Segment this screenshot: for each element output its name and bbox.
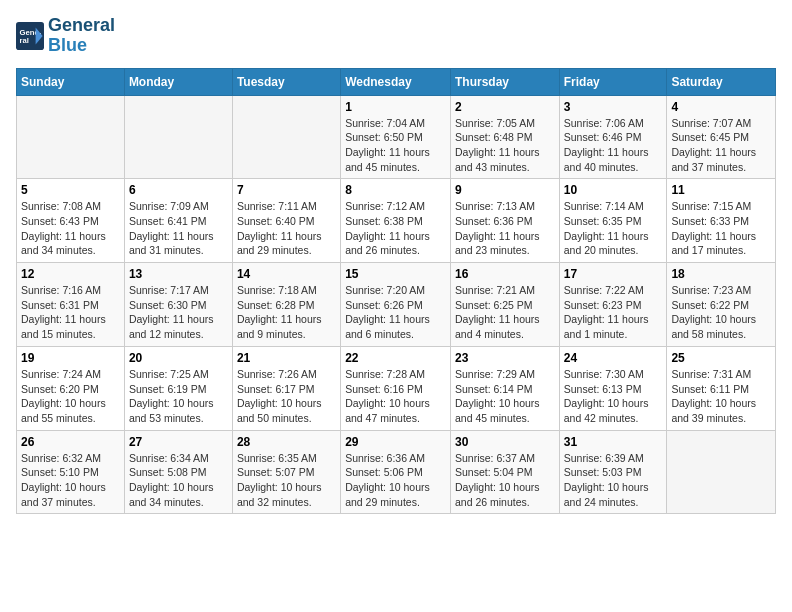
day-number: 8 bbox=[345, 183, 446, 197]
day-info: Sunrise: 7:16 AM Sunset: 6:31 PM Dayligh… bbox=[21, 283, 120, 342]
day-number: 7 bbox=[237, 183, 336, 197]
day-info: Sunrise: 7:12 AM Sunset: 6:38 PM Dayligh… bbox=[345, 199, 446, 258]
calendar-week-4: 19Sunrise: 7:24 AM Sunset: 6:20 PM Dayli… bbox=[17, 346, 776, 430]
weekday-header-wednesday: Wednesday bbox=[341, 68, 451, 95]
svg-text:ral: ral bbox=[20, 36, 29, 45]
day-info: Sunrise: 7:20 AM Sunset: 6:26 PM Dayligh… bbox=[345, 283, 446, 342]
calendar-cell: 18Sunrise: 7:23 AM Sunset: 6:22 PM Dayli… bbox=[667, 263, 776, 347]
day-number: 26 bbox=[21, 435, 120, 449]
calendar-week-1: 1Sunrise: 7:04 AM Sunset: 6:50 PM Daylig… bbox=[17, 95, 776, 179]
calendar-cell bbox=[667, 430, 776, 514]
day-info: Sunrise: 7:11 AM Sunset: 6:40 PM Dayligh… bbox=[237, 199, 336, 258]
day-number: 13 bbox=[129, 267, 228, 281]
calendar-cell: 22Sunrise: 7:28 AM Sunset: 6:16 PM Dayli… bbox=[341, 346, 451, 430]
weekday-header-thursday: Thursday bbox=[450, 68, 559, 95]
day-number: 12 bbox=[21, 267, 120, 281]
calendar-cell: 24Sunrise: 7:30 AM Sunset: 6:13 PM Dayli… bbox=[559, 346, 667, 430]
calendar-cell: 17Sunrise: 7:22 AM Sunset: 6:23 PM Dayli… bbox=[559, 263, 667, 347]
calendar-cell: 7Sunrise: 7:11 AM Sunset: 6:40 PM Daylig… bbox=[232, 179, 340, 263]
day-info: Sunrise: 7:18 AM Sunset: 6:28 PM Dayligh… bbox=[237, 283, 336, 342]
calendar-cell: 25Sunrise: 7:31 AM Sunset: 6:11 PM Dayli… bbox=[667, 346, 776, 430]
day-info: Sunrise: 6:36 AM Sunset: 5:06 PM Dayligh… bbox=[345, 451, 446, 510]
calendar-week-5: 26Sunrise: 6:32 AM Sunset: 5:10 PM Dayli… bbox=[17, 430, 776, 514]
day-info: Sunrise: 6:34 AM Sunset: 5:08 PM Dayligh… bbox=[129, 451, 228, 510]
calendar-cell: 21Sunrise: 7:26 AM Sunset: 6:17 PM Dayli… bbox=[232, 346, 340, 430]
calendar-cell: 6Sunrise: 7:09 AM Sunset: 6:41 PM Daylig… bbox=[124, 179, 232, 263]
day-info: Sunrise: 7:13 AM Sunset: 6:36 PM Dayligh… bbox=[455, 199, 555, 258]
calendar-cell: 10Sunrise: 7:14 AM Sunset: 6:35 PM Dayli… bbox=[559, 179, 667, 263]
day-number: 16 bbox=[455, 267, 555, 281]
day-number: 29 bbox=[345, 435, 446, 449]
day-info: Sunrise: 7:31 AM Sunset: 6:11 PM Dayligh… bbox=[671, 367, 771, 426]
day-number: 2 bbox=[455, 100, 555, 114]
day-info: Sunrise: 7:26 AM Sunset: 6:17 PM Dayligh… bbox=[237, 367, 336, 426]
calendar-cell: 11Sunrise: 7:15 AM Sunset: 6:33 PM Dayli… bbox=[667, 179, 776, 263]
calendar-cell: 26Sunrise: 6:32 AM Sunset: 5:10 PM Dayli… bbox=[17, 430, 125, 514]
calendar-cell bbox=[124, 95, 232, 179]
day-number: 10 bbox=[564, 183, 663, 197]
day-info: Sunrise: 6:35 AM Sunset: 5:07 PM Dayligh… bbox=[237, 451, 336, 510]
day-info: Sunrise: 6:39 AM Sunset: 5:03 PM Dayligh… bbox=[564, 451, 663, 510]
day-number: 18 bbox=[671, 267, 771, 281]
day-info: Sunrise: 7:30 AM Sunset: 6:13 PM Dayligh… bbox=[564, 367, 663, 426]
calendar-cell: 9Sunrise: 7:13 AM Sunset: 6:36 PM Daylig… bbox=[450, 179, 559, 263]
calendar-cell: 5Sunrise: 7:08 AM Sunset: 6:43 PM Daylig… bbox=[17, 179, 125, 263]
day-info: Sunrise: 7:08 AM Sunset: 6:43 PM Dayligh… bbox=[21, 199, 120, 258]
calendar-cell: 13Sunrise: 7:17 AM Sunset: 6:30 PM Dayli… bbox=[124, 263, 232, 347]
day-info: Sunrise: 7:06 AM Sunset: 6:46 PM Dayligh… bbox=[564, 116, 663, 175]
calendar-cell: 2Sunrise: 7:05 AM Sunset: 6:48 PM Daylig… bbox=[450, 95, 559, 179]
calendar-cell: 4Sunrise: 7:07 AM Sunset: 6:45 PM Daylig… bbox=[667, 95, 776, 179]
day-number: 6 bbox=[129, 183, 228, 197]
day-number: 20 bbox=[129, 351, 228, 365]
day-number: 14 bbox=[237, 267, 336, 281]
day-info: Sunrise: 7:09 AM Sunset: 6:41 PM Dayligh… bbox=[129, 199, 228, 258]
calendar-cell: 28Sunrise: 6:35 AM Sunset: 5:07 PM Dayli… bbox=[232, 430, 340, 514]
calendar-cell: 29Sunrise: 6:36 AM Sunset: 5:06 PM Dayli… bbox=[341, 430, 451, 514]
logo-name: General Blue bbox=[48, 16, 115, 56]
day-info: Sunrise: 7:04 AM Sunset: 6:50 PM Dayligh… bbox=[345, 116, 446, 175]
day-number: 23 bbox=[455, 351, 555, 365]
day-info: Sunrise: 7:17 AM Sunset: 6:30 PM Dayligh… bbox=[129, 283, 228, 342]
calendar-cell: 16Sunrise: 7:21 AM Sunset: 6:25 PM Dayli… bbox=[450, 263, 559, 347]
day-number: 17 bbox=[564, 267, 663, 281]
calendar-cell: 23Sunrise: 7:29 AM Sunset: 6:14 PM Dayli… bbox=[450, 346, 559, 430]
day-info: Sunrise: 7:29 AM Sunset: 6:14 PM Dayligh… bbox=[455, 367, 555, 426]
calendar-cell: 30Sunrise: 6:37 AM Sunset: 5:04 PM Dayli… bbox=[450, 430, 559, 514]
day-info: Sunrise: 6:32 AM Sunset: 5:10 PM Dayligh… bbox=[21, 451, 120, 510]
calendar-cell: 3Sunrise: 7:06 AM Sunset: 6:46 PM Daylig… bbox=[559, 95, 667, 179]
day-number: 11 bbox=[671, 183, 771, 197]
calendar-cell: 15Sunrise: 7:20 AM Sunset: 6:26 PM Dayli… bbox=[341, 263, 451, 347]
page-header: Gene- ral General Blue bbox=[16, 16, 776, 56]
day-info: Sunrise: 7:23 AM Sunset: 6:22 PM Dayligh… bbox=[671, 283, 771, 342]
day-number: 4 bbox=[671, 100, 771, 114]
day-info: Sunrise: 7:05 AM Sunset: 6:48 PM Dayligh… bbox=[455, 116, 555, 175]
day-number: 5 bbox=[21, 183, 120, 197]
day-info: Sunrise: 7:22 AM Sunset: 6:23 PM Dayligh… bbox=[564, 283, 663, 342]
weekday-header-friday: Friday bbox=[559, 68, 667, 95]
calendar-cell: 8Sunrise: 7:12 AM Sunset: 6:38 PM Daylig… bbox=[341, 179, 451, 263]
day-number: 22 bbox=[345, 351, 446, 365]
day-info: Sunrise: 7:28 AM Sunset: 6:16 PM Dayligh… bbox=[345, 367, 446, 426]
calendar-cell: 14Sunrise: 7:18 AM Sunset: 6:28 PM Dayli… bbox=[232, 263, 340, 347]
day-info: Sunrise: 7:21 AM Sunset: 6:25 PM Dayligh… bbox=[455, 283, 555, 342]
day-number: 27 bbox=[129, 435, 228, 449]
calendar-cell bbox=[17, 95, 125, 179]
day-number: 3 bbox=[564, 100, 663, 114]
day-number: 1 bbox=[345, 100, 446, 114]
day-info: Sunrise: 7:15 AM Sunset: 6:33 PM Dayligh… bbox=[671, 199, 771, 258]
calendar-cell: 27Sunrise: 6:34 AM Sunset: 5:08 PM Dayli… bbox=[124, 430, 232, 514]
calendar-cell: 31Sunrise: 6:39 AM Sunset: 5:03 PM Dayli… bbox=[559, 430, 667, 514]
weekday-header-tuesday: Tuesday bbox=[232, 68, 340, 95]
day-number: 21 bbox=[237, 351, 336, 365]
calendar-cell: 19Sunrise: 7:24 AM Sunset: 6:20 PM Dayli… bbox=[17, 346, 125, 430]
weekday-header-saturday: Saturday bbox=[667, 68, 776, 95]
weekday-header-monday: Monday bbox=[124, 68, 232, 95]
day-info: Sunrise: 7:07 AM Sunset: 6:45 PM Dayligh… bbox=[671, 116, 771, 175]
calendar-week-2: 5Sunrise: 7:08 AM Sunset: 6:43 PM Daylig… bbox=[17, 179, 776, 263]
day-info: Sunrise: 7:25 AM Sunset: 6:19 PM Dayligh… bbox=[129, 367, 228, 426]
day-info: Sunrise: 6:37 AM Sunset: 5:04 PM Dayligh… bbox=[455, 451, 555, 510]
day-number: 28 bbox=[237, 435, 336, 449]
day-number: 31 bbox=[564, 435, 663, 449]
calendar-cell bbox=[232, 95, 340, 179]
calendar-cell: 12Sunrise: 7:16 AM Sunset: 6:31 PM Dayli… bbox=[17, 263, 125, 347]
